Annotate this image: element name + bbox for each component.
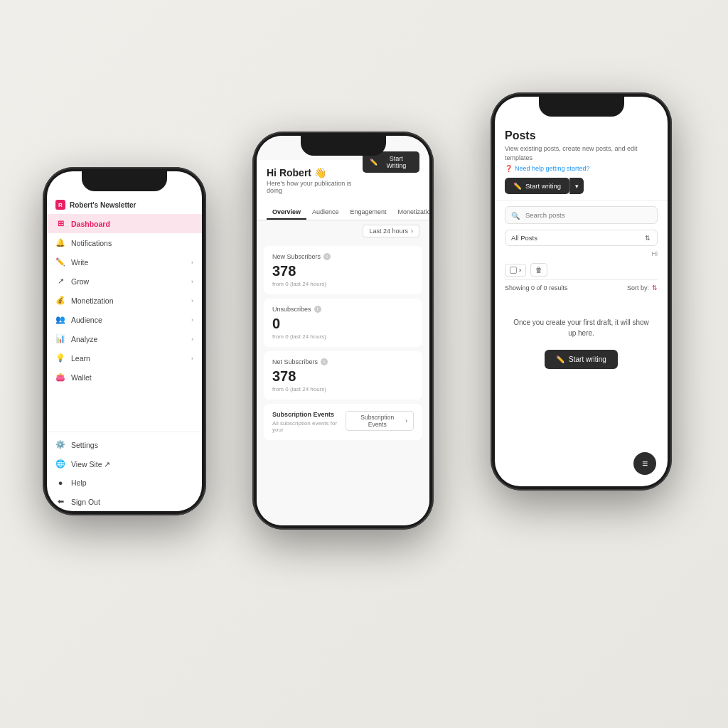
sidebar-item-monetization[interactable]: 💰 Monetization › <box>47 291 202 310</box>
info-icon-net-subs: i <box>321 358 328 365</box>
sidebar-item-sign-out[interactable]: ⬅ Sign Out <box>47 492 202 511</box>
sidebar-label-grow: Grow <box>71 277 89 286</box>
new-subscribers-label: New Subscribers i <box>272 253 414 260</box>
checkbox-chevron: › <box>519 267 521 274</box>
analyze-icon: 📊 <box>55 334 65 343</box>
sidebar-item-analyze[interactable]: 📊 Analyze › <box>47 329 202 348</box>
sidebar-label-learn: Learn <box>71 354 90 363</box>
sidebar-label-help: Help <box>71 478 87 487</box>
view-site-icon: 🌐 <box>55 459 65 469</box>
sidebar-item-dashboard[interactable]: ⊞ Dashboard <box>47 214 202 233</box>
sidebar-item-settings[interactable]: ⚙️ Settings <box>47 435 202 454</box>
fab-button[interactable]: ≡ <box>633 452 656 475</box>
sidebar-label-analyze: Analyze <box>71 335 97 343</box>
grow-icon: ↗ <box>55 277 65 286</box>
start-writing-dropdown-button[interactable]: ▾ <box>569 178 584 194</box>
sidebar-label-monetization: Monetization <box>71 296 114 305</box>
unsubscribes-sub: from 0 (last 24 hours) <box>272 333 414 340</box>
tab-audience[interactable]: Audience <box>306 205 345 220</box>
empty-start-writing-label: Start writing <box>569 355 606 363</box>
notch-left <box>82 171 167 191</box>
audience-icon: 👥 <box>55 315 65 324</box>
time-filter-button[interactable]: Last 24 hours › <box>363 225 419 237</box>
sidebar-logo: R <box>55 200 65 210</box>
settings-icon: ⚙️ <box>55 440 65 449</box>
monetization-icon: 💰 <box>55 296 65 305</box>
sidebar-label-settings: Settings <box>71 441 98 449</box>
sidebar-label-view-site: View Site ↗ <box>71 460 111 469</box>
start-writing-label: Start Writing <box>380 155 412 169</box>
sub-events-dropdown-label: Subscription Events <box>352 414 402 428</box>
net-subscribers-label: Net Subscribers i <box>272 358 414 365</box>
posts-title: Posts <box>505 129 658 142</box>
sidebar-item-wallet[interactable]: 👛 Wallet <box>47 368 202 387</box>
net-subscribers-value: 378 <box>272 368 414 385</box>
posts-header: Posts View existing posts, create new po… <box>495 121 668 200</box>
pencil-icon-posts: ✏️ <box>513 182 522 190</box>
dashboard-tabs: Overview Audience Engagement Monetizatio… <box>257 200 429 220</box>
sidebar-item-help[interactable]: ● Help <box>47 473 202 492</box>
posts-subtitle: View existing posts, create new posts, a… <box>505 144 658 162</box>
tab-engagement[interactable]: Engagement <box>345 205 392 220</box>
analyze-chevron: › <box>191 336 193 343</box>
posts-search-container: 🔍 <box>505 206 658 224</box>
tab-monetization[interactable]: Monetization <box>392 205 429 220</box>
delete-button[interactable]: 🗑 <box>530 263 547 277</box>
fab-icon: ≡ <box>642 458 648 469</box>
notch-right <box>539 97 624 117</box>
chevron-down-icon: › <box>411 228 413 235</box>
posts-results-bar: Showing 0 of 0 results Sort by: ⇅ <box>505 284 658 291</box>
new-subscribers-value: 378 <box>272 263 414 279</box>
posts-empty-state: Once you create your first draft, it wil… <box>495 296 668 390</box>
checkbox-dropdown-button[interactable]: › <box>505 264 526 277</box>
unsubscribes-value: 0 <box>272 316 414 332</box>
sidebar-item-grow[interactable]: ↗ Grow › <box>47 272 202 291</box>
sidebar-header: R Robert's Newsletter <box>47 194 202 214</box>
empty-start-writing-button[interactable]: ✏️ Start writing <box>545 350 618 369</box>
write-icon: ✏️ <box>55 257 65 267</box>
phone-right: Posts View existing posts, create new po… <box>491 92 672 491</box>
sidebar-item-write[interactable]: ✏️ Write › <box>47 252 202 272</box>
sidebar-item-notifications[interactable]: 🔔 Notifications <box>47 233 202 252</box>
search-input[interactable] <box>505 206 658 224</box>
monetization-chevron: › <box>191 297 193 304</box>
sidebar-item-learn[interactable]: 💡 Learn › <box>47 348 202 368</box>
info-icon-unsubs: i <box>314 306 321 313</box>
posts-filter-select[interactable]: All Posts <box>505 230 658 246</box>
phone-mid: Hi Robert 👋 Here's how your publication … <box>252 132 434 530</box>
help-link-text: Need help getting started? <box>515 165 590 172</box>
new-subscribers-sub: from 0 (last 24 hours) <box>272 281 414 287</box>
dashboard-greeting: Hi Robert 👋 <box>267 167 363 178</box>
subscription-events-card: Subscription Events All subscription eve… <box>264 404 422 440</box>
dashboard-subtitle: Here's how your publication is doing <box>267 180 363 194</box>
sort-icon[interactable]: ⇅ <box>652 284 658 291</box>
tab-overview[interactable]: Overview <box>267 205 306 220</box>
posts-actions: ✏️ Start writing ▾ <box>505 178 658 194</box>
sign-out-icon: ⬅ <box>55 497 65 506</box>
notch-mid <box>301 136 386 156</box>
dashboard-icon: ⊞ <box>55 219 65 228</box>
posts-toolbar: › 🗑 <box>505 260 658 280</box>
results-count: Showing 0 of 0 results <box>505 284 568 291</box>
sidebar-item-view-site[interactable]: 🌐 View Site ↗ <box>47 454 202 473</box>
sidebar-item-audience[interactable]: 👥 Audience › <box>47 310 202 329</box>
wallet-icon: 👛 <box>55 373 65 382</box>
start-writing-main-button[interactable]: ✏️ Start writing <box>505 178 569 194</box>
pencil-icon: ✏️ <box>370 159 378 166</box>
learn-icon: 💡 <box>55 353 65 363</box>
write-chevron: › <box>191 259 193 266</box>
unsubscribes-label: Unsubscribes i <box>272 306 414 313</box>
help-icon: ● <box>55 478 65 487</box>
unsubscribes-card: Unsubscribes i 0 from 0 (last 24 hours) <box>264 299 422 347</box>
net-subscribers-card: Net Subscribers i 378 from 0 (last 24 ho… <box>264 351 422 400</box>
notifications-icon: 🔔 <box>55 238 65 247</box>
sidebar-label-audience: Audience <box>71 316 102 324</box>
sub-events-label: Subscription Events <box>272 411 346 418</box>
learn-chevron: › <box>191 355 193 362</box>
sub-events-dropdown[interactable]: Subscription Events › <box>346 411 414 431</box>
sidebar-title: Robert's Newsletter <box>70 201 136 209</box>
sort-container: Sort by: ⇅ <box>627 284 658 291</box>
help-link[interactable]: ❓ Need help getting started? <box>505 165 658 172</box>
logo-letter: R <box>58 202 63 208</box>
new-subscribers-card: New Subscribers i 378 from 0 (last 24 ho… <box>264 246 422 294</box>
